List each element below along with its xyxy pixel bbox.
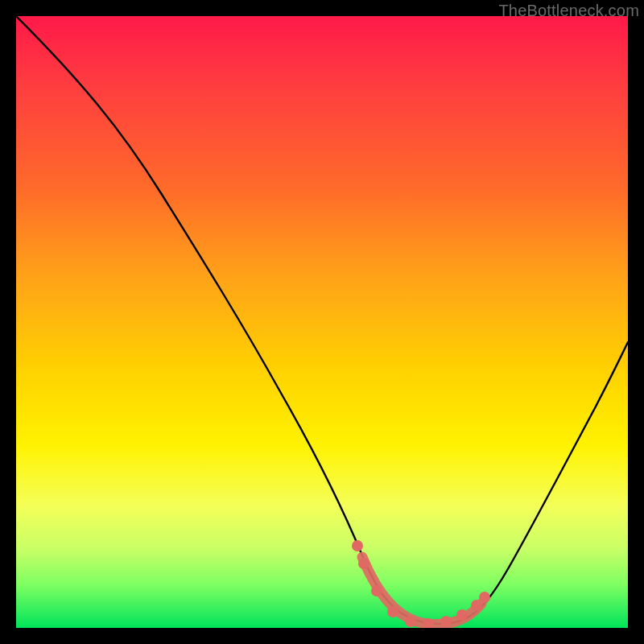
chart-frame xyxy=(16,16,628,628)
gradient-background xyxy=(16,16,628,628)
watermark-text: TheBottleneck.com xyxy=(498,2,639,20)
